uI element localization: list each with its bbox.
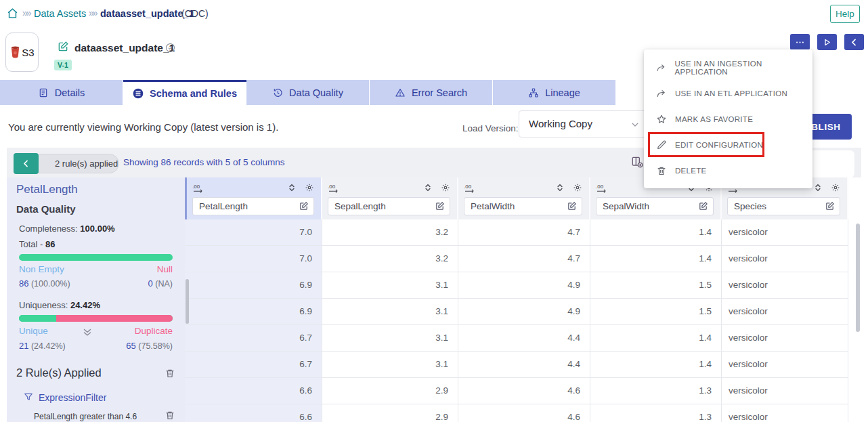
menu-item-delete[interactable]: DELETE [644,158,812,184]
sort-icon[interactable] [555,183,565,192]
column-name-value: SepalLength [334,201,386,211]
column-profile-panel: PetalLength Data Quality Completeness: 1… [7,177,185,422]
gear-icon[interactable] [305,183,314,192]
menu-item-label: USE IN AN INGESTION APPLICATION [674,60,812,76]
star-icon [656,114,667,125]
tab-label: Data Quality [289,87,343,98]
edit-title-icon[interactable] [57,41,69,53]
breadcrumb-data-assets[interactable]: Data Assets [34,8,86,19]
edit-column-icon[interactable] [567,201,577,211]
chevron-left-icon [21,159,31,169]
column-name-input[interactable]: PetalLength [192,197,314,215]
load-version-label: Load Version: [462,123,519,133]
load-version-select[interactable]: Working Copy [519,110,649,138]
gear-icon[interactable] [441,183,450,192]
edit-column-icon[interactable] [435,201,445,211]
double-chevron-down-icon[interactable] [80,326,95,339]
completeness-bar-fill [19,254,173,261]
help-button[interactable]: Help [830,5,860,23]
table-cell: 3.2 [322,246,458,272]
duplicate-label: Duplicate [135,326,173,336]
menu-item-use-in-an-ingestion-application[interactable]: USE IN AN INGESTION APPLICATION [644,55,812,81]
sort-icon[interactable] [813,183,823,192]
table-cell: versicolor [722,325,848,351]
load-version-value: Working Copy [529,118,592,129]
table-cell: 3.1 [322,325,458,351]
column-name-input[interactable]: SepalLength [328,197,450,215]
breadcrumb: »» Data Assets »» dataasset_update_1 (CD… [0,0,868,27]
run-button[interactable] [817,34,837,50]
null-value: 0 (NA) [148,278,173,289]
breadcrumb-current: dataasset_update_1 [100,8,194,19]
tab-lineage[interactable]: Lineage [493,80,616,105]
sort-icon[interactable] [287,183,297,192]
rule-type-label[interactable]: ExpressionFilter [39,392,106,403]
manage-columns-icon[interactable] [630,155,644,169]
table-cell: 3.1 [322,352,458,377]
decimal-type-icon: .00 [192,183,205,193]
gear-icon[interactable] [831,183,840,192]
play-icon [822,37,832,47]
table-cell: versicolor [722,404,848,422]
edit-column-icon[interactable] [698,201,708,211]
records-table: .00PetalLength.00SepalLength.00PetalWidt… [185,177,848,422]
breadcrumb-separator: »» [22,7,30,18]
table-cell: 6.6 [185,378,322,404]
more-actions-button[interactable] [790,34,810,50]
share-arrow-icon [656,88,667,99]
trash-icon [656,165,667,176]
table-row[interactable]: 6.73.14.41.4versicolor [185,352,848,378]
column-name-input[interactable]: Species [727,197,840,215]
table-row[interactable]: 7.03.24.71.4versicolor [185,219,848,246]
delete-rule-icon[interactable] [165,410,175,421]
tab-label: Lineage [545,87,580,98]
table-cell: versicolor [722,378,848,404]
collapse-button[interactable] [844,34,864,50]
edit-column-icon[interactable] [299,201,309,211]
rule-detail-text: PetalLength greater than 4.6 [34,412,137,421]
collapse-panel-button[interactable] [14,153,39,174]
table-cell: 6.9 [185,272,322,298]
unique-value: 21 (24.42%) [19,341,66,351]
menu-item-use-in-an-etl-application[interactable]: USE IN AN ETL APPLICATION [644,81,812,106]
column-name-input[interactable]: SepalWidth [596,197,714,215]
lineage-icon [528,87,539,98]
warning-icon [395,87,406,98]
table-row[interactable]: 7.03.24.71.4versicolor [185,246,848,272]
edit-column-icon[interactable] [825,201,835,211]
table-cell: 6.6 [185,404,322,422]
home-icon[interactable] [7,7,18,19]
menu-item-edit-configuration[interactable]: EDIT CONFIGURATION [644,132,812,158]
table-row[interactable]: 6.62.94.61.3versicolor [185,378,848,404]
right-scrollbar-thumb[interactable] [856,224,860,332]
table-row[interactable]: 6.93.14.91.5versicolor [185,299,848,325]
menu-item-label: DELETE [675,167,707,175]
tab-schema-and-rules[interactable]: Schema and Rules [123,80,246,105]
column-header-sepallength: .00SepalLength [322,177,458,219]
tab-error-search[interactable]: Error Search [370,80,493,105]
check-circle-icon [165,42,176,54]
delete-all-rules-icon[interactable] [165,368,175,379]
sort-icon[interactable] [423,183,433,192]
tab-details[interactable]: Details [0,80,123,105]
completeness-line: Completeness: 100.00% [19,224,115,234]
column-name-value: PetalLength [199,201,248,211]
table-row[interactable]: 6.73.14.41.4versicolor [185,325,848,352]
left-scrollbar-thumb[interactable] [186,279,189,324]
decimal-type-icon: .00 [464,183,477,193]
tab-data-quality[interactable]: Data Quality [246,80,370,105]
unique-label: Unique [19,326,48,336]
non-empty-label: Non Empty [19,264,64,274]
asset-type-card: S3 [5,33,39,72]
duplicate-value: 65 (75.58%) [126,341,173,351]
table-row[interactable]: 6.62.94.61.3versicolor [185,404,848,422]
table-cell: 4.7 [458,246,590,272]
menu-item-mark-as-favorite[interactable]: MARK AS FAVORITE [644,106,812,132]
column-name-input[interactable]: PetalWidth [464,197,582,215]
actions-dropdown-menu: USE IN AN INGESTION APPLICATIONUSE IN AN… [644,49,812,188]
gear-icon[interactable] [573,183,582,192]
ellipsis-icon [795,37,805,47]
table-row[interactable]: 6.93.14.91.5versicolor [185,272,848,299]
uniqueness-bar-duplicate [56,315,173,322]
column-header-controls: .00 [464,182,582,194]
